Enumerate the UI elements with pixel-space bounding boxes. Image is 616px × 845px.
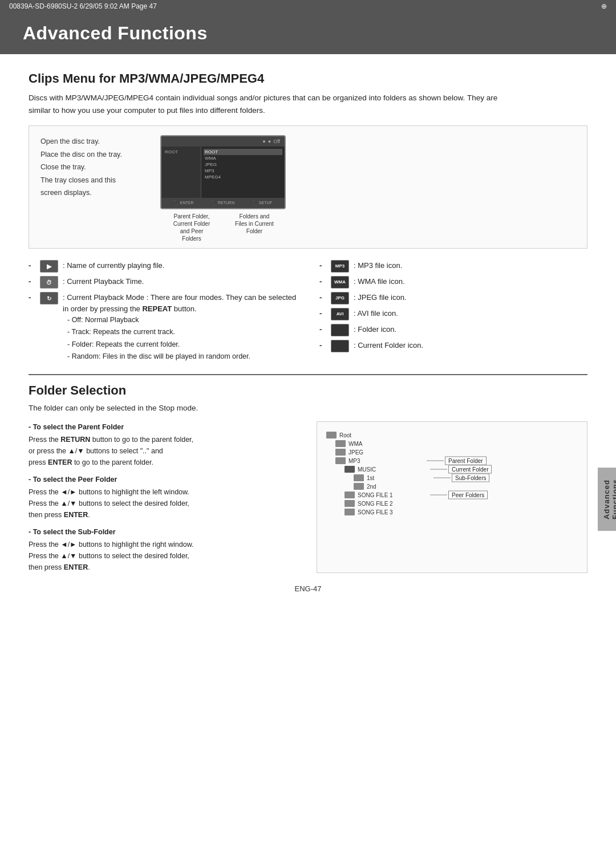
section-divider (29, 374, 587, 375)
legend-item-jpeg: - JPG : JPEG file icon. (319, 292, 587, 304)
legend-item-wma: - WMA : WMA file icon. (319, 276, 587, 289)
tree-label-wma: WMA (348, 441, 362, 447)
legend-item-mode: - ↻ : Current Playback Mode : There are … (29, 292, 297, 363)
mp3-icon: MP3 (331, 260, 349, 273)
annotation-current-folder: Current Folder (448, 465, 492, 474)
tree-row-2nd: 2nd (354, 483, 578, 490)
avi-icon: AVI (331, 308, 349, 320)
legend-item-mp3: - MP3 : MP3 file icon. (319, 260, 587, 273)
tree-label-song2: SONG FILE 2 (358, 501, 393, 507)
diagram-right: ● ● Off ROOT ROOT WMA JPEG MP3 (160, 135, 286, 242)
tree-icon-root (326, 432, 337, 438)
main-content: Clips Menu for MP3/WMA/JPEG/MPEG4 Discs … (0, 54, 616, 616)
legend-left-col: - ▶ : Name of currently playing file. - … (29, 260, 297, 363)
arrow-line-sub (433, 478, 451, 478)
side-tab-text: AdvancedFunctions (602, 479, 616, 519)
screen-right-wma: WMA (204, 155, 282, 161)
tree-label-mp3: MP3 (348, 458, 360, 464)
screen-bottom-bar: ⬛ ENTER ⬛ RETURN ⬛ SETUP (161, 198, 285, 208)
page-title: Advanced Functions (23, 23, 593, 44)
header-text: 00839A-SD-6980SU-2 6/29/05 9:02 AM Page … (9, 2, 157, 10)
step2-title: - To select the Peer Folder (29, 474, 299, 485)
tree-row-wma: WMA (335, 440, 578, 447)
tree-icon-music (345, 466, 355, 473)
side-tab: AdvancedFunctions (598, 468, 616, 531)
tree-row-1st: 1st Sub-Folders (354, 474, 578, 481)
tree-icon-jpeg (335, 449, 346, 456)
screen-right-root: ROOT (204, 149, 282, 155)
clips-section: Clips Menu for MP3/WMA/JPEG/MPEG4 Discs … (29, 71, 587, 363)
sub-item-2: - Track: Repeats the current track. (67, 326, 297, 338)
tree-label-1st: 1st (367, 475, 374, 481)
legend-jpeg-text: : JPEG file icon. (354, 292, 406, 303)
screen-right-jpeg: JPEG (204, 161, 282, 168)
step2-line2: Press the ▲/▼ buttons to select the desi… (29, 498, 299, 509)
step2-line1: Press the ◄/► buttons to highlight the l… (29, 486, 299, 498)
tree-label-root: Root (339, 432, 351, 438)
header-crosshair: ⊕ (601, 2, 607, 10)
legend-item-avi: - AVI : AVI file icon. (319, 308, 587, 320)
current-folder-icon (331, 340, 349, 352)
sub-item-1: - Off: Normal Playback (67, 314, 297, 326)
legend-time-text: : Current Playback Time. (63, 276, 144, 287)
legend-avi-text: : AVI file icon. (354, 308, 398, 319)
tree-icon-song2 (345, 500, 355, 507)
step3-title: - To select the Sub-Folder (29, 526, 299, 538)
folder-instructions: - To select the Parent Folder Press the … (29, 421, 587, 573)
screen-right-mpeg4: MPEG4 (204, 174, 282, 180)
step3-line1: Press the ◄/► buttons to highlight the r… (29, 539, 299, 550)
screen-left-item-root: ROOT (164, 149, 198, 155)
screen-icon-1: ● (262, 139, 265, 144)
legend-right-col: - MP3 : MP3 file icon. - WMA : WMA file … (319, 260, 587, 363)
step1-line3: press ENTER to go to the parent folder. (29, 457, 299, 468)
screen-body: ROOT ROOT WMA JPEG MP3 MPEG4 (161, 147, 285, 198)
arrow-line-current (430, 469, 447, 470)
playing-icon: ▶ (40, 260, 58, 273)
step2-line3: then press ENTER. (29, 509, 299, 521)
folder-description: The folder can only be selected in the S… (29, 404, 587, 412)
step1-line1: Press the RETURN button to go to the par… (29, 434, 299, 445)
annotation-sub-folders: Sub-Folders (452, 474, 489, 482)
screen-icon-2: ● (268, 139, 271, 144)
annotation-parent-folder: Parent Folder (445, 457, 487, 465)
screen-right-panel: ROOT WMA JPEG MP3 MPEG4 (201, 147, 285, 198)
folder-tree-diagram: Root WMA JPEG MP3 Pa (317, 421, 587, 573)
screen-btn-return: ⬛ RETURN (212, 201, 234, 205)
tree-icon-mp3 (335, 457, 346, 464)
wma-icon: WMA (331, 276, 349, 289)
screen-off-label: Off (273, 139, 280, 144)
tree-row-song3: SONG FILE 3 (345, 509, 578, 515)
legend-mp3-text: : MP3 file icon. (354, 260, 402, 271)
folder-heading: Folder Selection (29, 383, 587, 398)
tree-row-root: Root (326, 432, 578, 438)
header-bar: 00839A-SD-6980SU-2 6/29/05 9:02 AM Page … (0, 0, 616, 13)
arrow-label-1: Parent Folder, Current Folder and Peer F… (172, 213, 212, 242)
step3-line3: then press ENTER. (29, 562, 299, 573)
icon-legend: - ▶ : Name of currently playing file. - … (29, 260, 587, 363)
sub-item-3: - Folder: Repeats the current folder. (67, 339, 297, 351)
tree-label-2nd: 2nd (367, 484, 376, 490)
instructions-left: - To select the Parent Folder Press the … (29, 421, 299, 573)
legend-item-time: - ⏱ : Current Playback Time. (29, 276, 297, 289)
screen-left-panel: ROOT (161, 147, 201, 198)
tree-icon-2nd (354, 483, 364, 490)
diagram-left-text: Open the disc tray. Place the disc on th… (40, 135, 143, 242)
screen-top-bar: ● ● Off (161, 136, 285, 147)
page-number: ENG-47 (29, 584, 587, 604)
screen-btn-setup: ⬛ SETUP (253, 201, 272, 205)
jpeg-icon: JPG (331, 292, 349, 304)
repeat-icon: ↻ (40, 292, 58, 304)
arrow-line-peer (430, 495, 447, 495)
tree-label-jpeg: JPEG (348, 449, 363, 456)
legend-item-playing: - ▶ : Name of currently playing file. (29, 260, 297, 273)
screen-mockup: ● ● Off ROOT ROOT WMA JPEG MP3 (160, 135, 286, 209)
legend-wma-text: : WMA file icon. (354, 276, 405, 287)
tree-row-mp3: MP3 Parent Folder (335, 457, 578, 464)
folder-section: Folder Selection The folder can only be … (29, 383, 587, 573)
diagram-arrows: Parent Folder, Current Folder and Peer F… (160, 213, 286, 242)
tree-label-song3: SONG FILE 3 (358, 509, 393, 515)
legend-item-current-folder: - : Current Folder icon. (319, 340, 587, 352)
arrow-line-parent (427, 461, 444, 461)
tree-row-song1: SONG FILE 1 Peer Folders (345, 491, 578, 498)
diagram-line-2: Place the disc on the tray. (40, 148, 143, 161)
